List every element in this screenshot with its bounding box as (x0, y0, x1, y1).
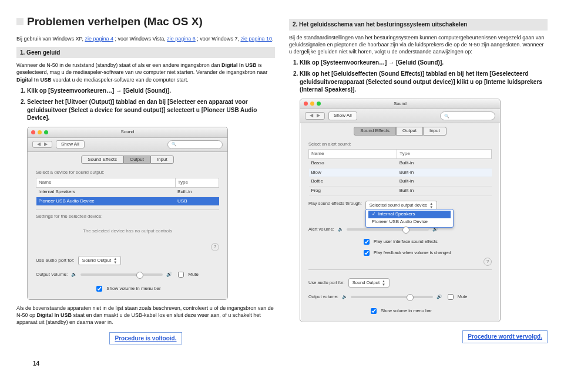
bottom-paragraph: Als de bovenstaande apparaten niet in de… (16, 305, 275, 326)
alert-volume-slider[interactable] (347, 228, 429, 231)
tab-sound-effects[interactable]: Sound Effects (81, 156, 123, 164)
speaker-high-icon: 🔊 (437, 294, 442, 300)
section-1-heading: 1. Geen geluid (16, 47, 275, 59)
window-title: Sound (394, 101, 407, 107)
no-controls-text: The selected device has no output contro… (36, 220, 219, 243)
tab-input[interactable]: Input (423, 127, 446, 136)
section-2-paragraph: Bij de standaardinstellingen van het bes… (289, 34, 548, 55)
mac-sound-effects-window: Sound ◀▶ Show All Sound Effects Output I… (300, 99, 501, 322)
alert-sound-table: NameType BassoBuilt-in BlowBuilt-in Bott… (308, 149, 492, 196)
mute-checkbox[interactable]: Mute (445, 292, 468, 302)
alert-sound-label: Select an alert sound: (308, 141, 492, 147)
show-all-button[interactable]: Show All (56, 140, 85, 149)
table-row[interactable]: Internal SpeakersBuilt-in (36, 187, 219, 197)
nav-back-forward[interactable]: ◀▶ (305, 112, 325, 119)
settings-label: Settings for the selected device: (36, 214, 219, 220)
search-input[interactable] (440, 111, 495, 120)
section-1-paragraph: Wanneer de N-50 in de ruststand (standby… (16, 62, 275, 83)
ui-sound-effects-checkbox[interactable]: Play user interface sound effects (361, 237, 438, 246)
nav-back-forward[interactable]: ◀▶ (32, 141, 52, 148)
speaker-low-icon: 🔈 (71, 272, 77, 278)
mute-checkbox[interactable]: Mute (176, 270, 199, 279)
show-all-button[interactable]: Show All (328, 111, 357, 120)
link-page-4[interactable]: zie pagina 4 (85, 36, 113, 42)
minimize-icon[interactable] (38, 130, 42, 134)
help-icon[interactable]: ? (484, 258, 492, 266)
output-volume-label: Output volume: (36, 272, 68, 278)
output-volume-label: Output volume: (308, 294, 338, 300)
show-volume-menubar-checkbox[interactable]: Show volume in menu bar (94, 284, 161, 293)
popup-option-pioneer[interactable]: Pioneer USB Audio Device (368, 218, 451, 226)
sound-tabs: Sound Effects Output Input (300, 123, 500, 138)
table-row[interactable]: BlowBuilt-in (309, 168, 492, 177)
table-row[interactable]: BottleBuilt-in (309, 177, 492, 187)
window-traffic-lights (304, 102, 321, 106)
procedure-complete-box: Procedure is voltooid. (109, 332, 182, 345)
section-2-heading: 2. Het geluidsschema van het besturingss… (289, 19, 548, 31)
right-step-1: Klik op [Systeemvoorkeuren…] → [Geluid (… (300, 59, 548, 67)
window-traffic-lights (31, 130, 48, 134)
output-device-table: NameType Internal SpeakersBuilt-in Pione… (36, 178, 219, 206)
table-row[interactable]: FrogBuilt-in (309, 187, 492, 196)
audio-port-select[interactable]: Sound Output ▲▼ (78, 256, 121, 265)
tab-input[interactable]: Input (150, 156, 174, 164)
zoom-icon[interactable] (44, 130, 48, 134)
left-step-2: Selecteer het [Uitvoer (Output)] tabblad… (27, 98, 275, 122)
speaker-low-icon: 🔈 (338, 227, 343, 232)
feedback-checkbox[interactable]: Play feedback when volume is changed (361, 248, 451, 258)
tab-sound-effects[interactable]: Sound Effects (354, 127, 396, 136)
play-through-label: Play sound effects through: (308, 201, 362, 207)
close-icon[interactable] (31, 130, 35, 134)
mac-sound-output-window: Sound ◀▶ Show All Sound Effects Output I… (27, 127, 228, 300)
right-steps: Klik op [Systeemvoorkeuren…] → [Geluid (… (289, 59, 548, 94)
minimize-icon[interactable] (310, 102, 314, 106)
link-page-6[interactable]: zie pagina 6 (167, 36, 196, 42)
audio-port-label: Use audio port for: (308, 280, 345, 286)
left-step-1: Klik op [Systeemvoorkeuren…] → [Geluid (… (27, 87, 275, 95)
left-steps: Klik op [Systeemvoorkeuren…] → [Geluid (… (16, 87, 275, 122)
tab-output[interactable]: Output (396, 127, 423, 136)
right-step-2: Klik op het [Geluidseffecten (Sound Effe… (300, 70, 548, 94)
page-number: 14 (33, 360, 39, 368)
page-title: Problemen verhelpen (Mac OS X) (16, 14, 275, 29)
help-icon[interactable]: ? (211, 243, 219, 251)
window-title: Sound (120, 129, 134, 136)
table-row[interactable]: Pioneer USB Audio DeviceUSB (36, 197, 219, 206)
table-row[interactable]: BassoBuilt-in (309, 158, 492, 168)
intro-paragraph: Bij gebruik van Windows XP, zie pagina 4… (16, 35, 275, 42)
page-title-text: Problemen verhelpen (Mac OS X) (27, 14, 203, 29)
audio-port-select[interactable]: Sound Output ▲▼ (348, 278, 390, 288)
popup-option-internal[interactable]: Internal Speakers (368, 211, 451, 218)
speaker-high-icon: 🔊 (166, 272, 172, 278)
procedure-continues-box: Procedure wordt vervolgd. (462, 330, 548, 343)
speaker-low-icon: 🔈 (342, 294, 347, 300)
alert-volume-label: Alert volume: (308, 227, 334, 232)
output-volume-slider[interactable] (351, 296, 433, 298)
play-through-popup: Internal Speakers Pioneer USB Audio Devi… (365, 209, 454, 228)
output-volume-slider[interactable] (80, 273, 163, 276)
title-bullet-icon (16, 18, 24, 25)
zoom-icon[interactable] (317, 102, 321, 106)
close-icon[interactable] (304, 102, 308, 106)
show-volume-menubar-checkbox[interactable]: Show volume in menu bar (368, 306, 432, 316)
select-device-label: Select a device for sound output: (36, 170, 219, 176)
audio-port-label: Use audio port for: (36, 258, 75, 264)
search-input[interactable] (167, 140, 223, 149)
tab-output[interactable]: Output (123, 156, 150, 164)
link-page-10[interactable]: zie pagina 10 (240, 36, 272, 42)
sound-tabs: Sound Effects Output Input (28, 152, 227, 167)
